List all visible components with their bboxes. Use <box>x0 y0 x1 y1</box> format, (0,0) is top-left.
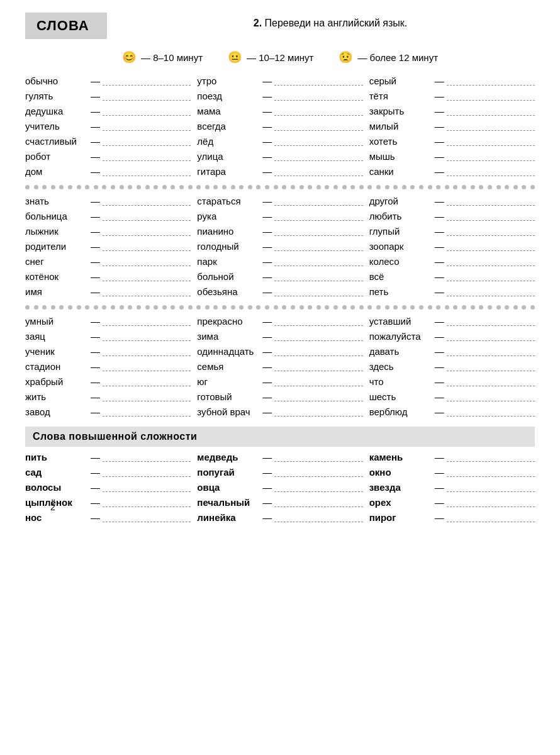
word-row: счастливый — <box>25 136 191 147</box>
word-russian: знать <box>25 196 88 206</box>
dot <box>25 185 30 189</box>
word-russian: гитара <box>197 166 260 177</box>
word-dash: — <box>91 106 100 116</box>
word-dash: — <box>91 256 100 267</box>
word-russian: больной <box>197 271 260 282</box>
timer-text-2: — 10–12 минут <box>247 52 313 63</box>
word-row: мама — <box>197 106 362 116</box>
word-dash: — <box>435 151 444 162</box>
dot <box>359 305 364 310</box>
answer-line <box>274 122 362 131</box>
answer-line <box>103 92 191 101</box>
word-row: сад — <box>25 467 191 478</box>
answer-line <box>447 393 535 401</box>
word-russian: улица <box>197 151 260 162</box>
dot <box>530 185 535 189</box>
dot <box>496 305 501 310</box>
word-dash: — <box>435 346 444 357</box>
word-russian: цыплёнок <box>25 497 88 508</box>
dot <box>376 185 381 189</box>
word-dash: — <box>91 331 100 342</box>
word-row: зубной врач — <box>197 406 362 417</box>
word-russian: утро <box>197 76 260 86</box>
answer-line <box>274 167 362 176</box>
dot <box>145 185 150 189</box>
word-dash: — <box>435 166 444 177</box>
word-russian: обычно <box>25 76 88 86</box>
dot <box>453 185 457 189</box>
answer-line <box>447 288 535 296</box>
word-russian: что <box>369 376 432 387</box>
word-row: завод — <box>25 406 191 417</box>
dot <box>479 185 483 189</box>
word-row: зима — <box>197 331 362 342</box>
dot <box>68 185 72 189</box>
answer-line <box>274 272 362 281</box>
word-russian: завод <box>25 406 88 417</box>
word-dash: — <box>435 76 444 86</box>
dot <box>205 305 210 310</box>
word-russian: пожалуйста <box>369 331 432 342</box>
dot <box>59 305 64 310</box>
word-row: имя — <box>25 286 191 297</box>
dot <box>325 185 329 189</box>
answer-line <box>447 257 535 266</box>
word-row: ученик — <box>25 346 191 357</box>
answer-line <box>447 362 535 371</box>
dot <box>393 185 398 189</box>
word-row: дедушка — <box>25 106 191 116</box>
word-row: колесо — <box>369 256 535 267</box>
word-row: санки — <box>369 166 535 177</box>
dot <box>179 185 184 189</box>
word-dash: — <box>91 226 100 237</box>
answer-line <box>103 122 191 131</box>
dot <box>316 305 321 310</box>
dot <box>256 305 260 310</box>
word-dash: — <box>435 91 444 101</box>
word-row: храбрый — <box>25 376 191 387</box>
word-russian: тётя <box>369 91 432 101</box>
word-dash: — <box>91 346 100 357</box>
word-dash: — <box>435 452 444 462</box>
word-russian: глупый <box>369 226 432 237</box>
smiley-neutral: 😐 <box>228 50 242 64</box>
dot <box>120 185 124 189</box>
answer-line <box>103 272 191 281</box>
word-russian: семья <box>197 361 260 372</box>
word-row: пианино — <box>197 226 362 237</box>
dot <box>120 305 124 310</box>
word-dash: — <box>91 151 100 162</box>
word-russian: храбрый <box>25 376 88 387</box>
word-row: учитель — <box>25 121 191 131</box>
dot <box>436 185 440 189</box>
word-dash: — <box>262 76 272 86</box>
answer-line <box>447 468 535 477</box>
word-russian: медведь <box>197 452 260 462</box>
answer-line <box>447 227 535 236</box>
word-russian: робот <box>25 151 88 162</box>
section-3: умный —прекрасно —уставший —заяц —зима —… <box>25 316 535 419</box>
word-dash: — <box>91 391 100 402</box>
answer-line <box>103 107 191 116</box>
word-dash: — <box>91 271 100 282</box>
dot <box>428 185 432 189</box>
word-row: рука — <box>197 211 362 221</box>
dot <box>137 305 141 310</box>
word-row: больной — <box>197 271 362 282</box>
dot <box>222 185 227 189</box>
timer-item-3: 😟 — более 12 минут <box>339 50 438 64</box>
dot <box>196 305 201 310</box>
word-russian: снег <box>25 256 88 267</box>
dot <box>42 305 47 310</box>
dot <box>231 305 235 310</box>
dot <box>68 305 72 310</box>
dot <box>308 305 312 310</box>
answer-line <box>103 468 191 477</box>
word-russian: дом <box>25 166 88 177</box>
dot <box>496 185 501 189</box>
dot <box>419 305 423 310</box>
word-russian: одиннадцать <box>197 346 260 357</box>
word-dash: — <box>262 91 272 101</box>
answer-line <box>274 498 362 507</box>
word-row: гулять — <box>25 91 191 101</box>
